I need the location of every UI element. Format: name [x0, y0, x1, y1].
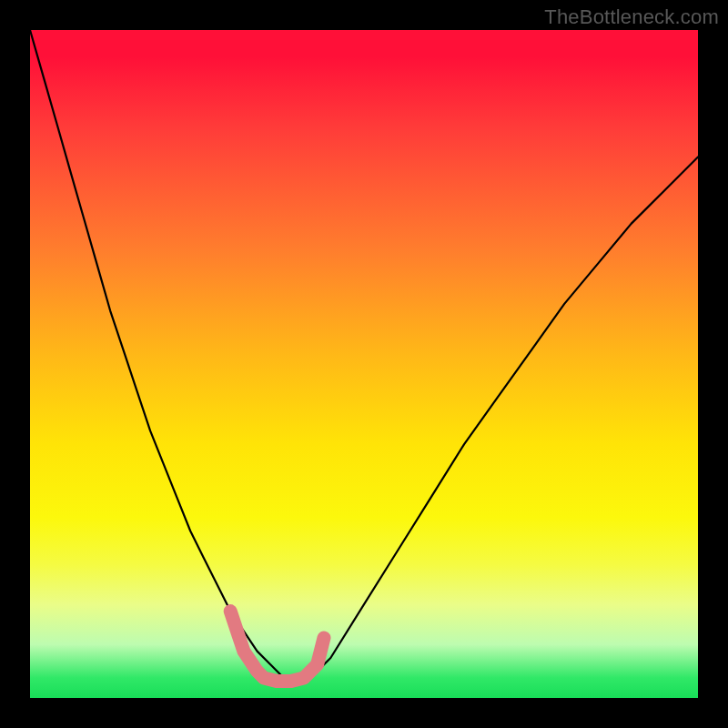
watermark-text: TheBottleneck.com — [544, 5, 719, 29]
chart-frame: TheBottleneck.com — [0, 0, 728, 728]
bottleneck-curve — [30, 30, 698, 684]
curve-svg — [30, 30, 698, 698]
plot-area — [30, 30, 698, 698]
